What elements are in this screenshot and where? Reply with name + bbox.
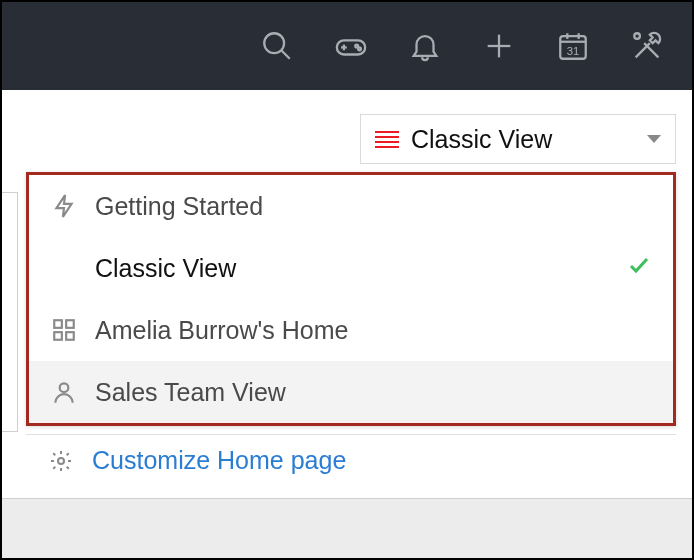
customize-home-label: Customize Home page [92,446,346,475]
calendar-icon[interactable]: 31 [556,29,590,63]
dropdown-item-label: Amelia Burrow's Home [95,316,651,345]
svg-rect-17 [54,332,62,340]
bolt-icon [51,193,77,219]
svg-point-14 [634,33,640,39]
bottom-bar [2,498,692,558]
dropdown-item-sales-team[interactable]: Sales Team View [29,361,673,423]
svg-point-19 [60,383,69,392]
svg-rect-15 [54,320,62,328]
svg-rect-18 [66,332,74,340]
gear-icon [48,449,74,473]
dropdown-item-label: Getting Started [95,192,651,221]
bell-icon[interactable] [408,29,442,63]
left-panel-edge [2,192,18,432]
content-area: Classic View [2,90,692,164]
check-icon [627,253,651,283]
dropdown-item-getting-started[interactable]: Getting Started [29,175,673,237]
lines-icon [375,131,399,148]
svg-rect-16 [66,320,74,328]
svg-point-5 [355,45,358,48]
gamepad-icon[interactable] [334,29,368,63]
dropdown-item-user-home[interactable]: Amelia Burrow's Home [29,299,673,361]
svg-point-6 [358,47,361,50]
dropdown-item-label: Classic View [95,254,609,283]
svg-point-0 [264,33,284,53]
dropdown-item-classic-view[interactable]: Classic View [29,237,673,299]
dropdown-item-label: Sales Team View [95,378,651,407]
svg-point-20 [58,458,64,464]
view-selector[interactable]: Classic View [360,114,676,164]
grid-icon [51,317,77,343]
tools-icon[interactable] [630,29,664,63]
plus-icon[interactable] [482,29,516,63]
top-toolbar: 31 [2,2,692,90]
customize-home-link[interactable]: Customize Home page [26,434,676,486]
view-dropdown: Getting Started Classic View Amelia Burr… [26,172,676,426]
person-icon [51,379,77,405]
search-icon[interactable] [260,29,294,63]
svg-text:31: 31 [567,45,580,57]
svg-line-1 [281,50,290,59]
view-selector-label: Classic View [411,125,635,154]
chevron-down-icon [647,135,661,143]
